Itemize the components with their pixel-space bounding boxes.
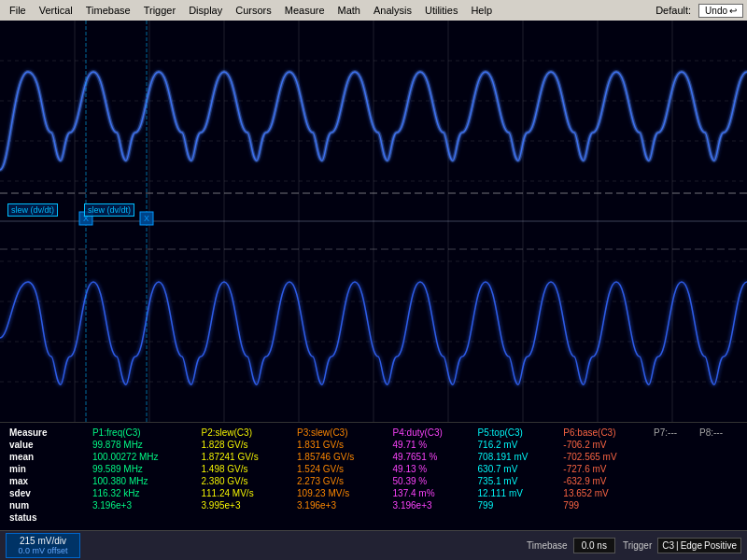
slew-label-2: slew (dv/dt) xyxy=(84,203,134,217)
measure-cell-label: sdev xyxy=(6,487,89,499)
trigger-separator: | xyxy=(676,540,679,551)
trigger-label: Trigger xyxy=(623,540,652,551)
measure-cell-p2: 2.380 GV/s xyxy=(198,475,294,487)
measure-cell-p5: 735.1 mV xyxy=(474,475,560,487)
menu-timebase[interactable]: Timebase xyxy=(80,3,136,18)
menu-file[interactable]: File xyxy=(4,3,32,18)
measure-cell-p1: 3.196e+3 xyxy=(89,499,198,511)
measure-cell-p2: 1.828 GV/s xyxy=(198,439,294,451)
timebase-section: Timebase 0.0 ns xyxy=(527,538,615,553)
slew-label-1: slew (dv/dt) xyxy=(7,203,58,217)
table-row: num3.196e+33.995e+33.196e+33.196e+379979… xyxy=(6,499,741,511)
measure-cell-p4 xyxy=(389,511,474,524)
undo-arrow-icon: ↩ xyxy=(729,6,737,16)
measure-cell-p5: 799 xyxy=(474,499,560,511)
col-header-p2: P2:slew(C3) xyxy=(198,427,294,439)
measure-cell-p6: -632.9 mV xyxy=(559,475,650,487)
col-header-p5: P5:top(C3) xyxy=(474,427,560,439)
measure-cell-p5: 630.7 mV xyxy=(474,463,560,475)
measure-cell-p7 xyxy=(650,451,696,463)
measure-cell-p5: 708.191 mV xyxy=(474,451,560,463)
measure-cell-p2: 1.498 GV/s xyxy=(198,463,294,475)
bottom-bar: 215 mV/div 0.0 mV offset Timebase 0.0 ns… xyxy=(0,530,747,560)
measure-cell-p7 xyxy=(650,463,696,475)
default-label: Default: xyxy=(655,5,691,16)
measure-cell-p1: 99.878 MHz xyxy=(89,439,198,451)
measure-cell-label: min xyxy=(6,463,89,475)
measurements-panel: Measure P1:freq(C3) P2:slew(C3) P3:slew(… xyxy=(0,422,747,530)
menu-trigger[interactable]: Trigger xyxy=(138,3,181,18)
measure-cell-p5: 716.2 mV xyxy=(474,439,560,451)
measure-cell-p8 xyxy=(696,463,741,475)
measure-cell-p8 xyxy=(696,511,741,524)
table-row: min99.589 MHz1.498 GV/s1.524 GV/s49.13 %… xyxy=(6,463,741,475)
measure-cell-label: value xyxy=(6,439,89,451)
menu-bar: File Vertical Timebase Trigger Display C… xyxy=(0,0,747,21)
measure-cell-p7 xyxy=(650,439,696,451)
measure-cell-p6: 799 xyxy=(559,499,650,511)
col-header-p4: P4:duty(C3) xyxy=(389,427,474,439)
measure-cell-p7 xyxy=(650,475,696,487)
trigger-type: Edge xyxy=(681,540,702,551)
oscilloscope-display: X X slew (dv/dt) slew (dv/dt) xyxy=(0,21,747,422)
measure-cell-p2: 111.24 MV/s xyxy=(198,487,294,499)
menu-utilities[interactable]: Utilities xyxy=(419,3,463,18)
waveform-display: X X xyxy=(0,21,747,422)
menu-display[interactable]: Display xyxy=(183,3,228,18)
ch3-vdiv: 215 mV/div xyxy=(20,536,66,546)
measure-cell-p4: 50.39 % xyxy=(389,475,474,487)
col-header-p7: P7:--- xyxy=(650,427,696,439)
measure-cell-p1: 99.589 MHz xyxy=(89,463,198,475)
measurements-table: Measure P1:freq(C3) P2:slew(C3) P3:slew(… xyxy=(6,427,741,524)
menu-cursors[interactable]: Cursors xyxy=(230,3,277,18)
measure-cell-p4: 3.196e+3 xyxy=(389,499,474,511)
measure-cell-label: max xyxy=(6,475,89,487)
trigger-config[interactable]: C3 | Edge Positive xyxy=(657,538,741,553)
measure-cell-p8 xyxy=(696,487,741,499)
table-row: max100.380 MHz2.380 GV/s2.273 GV/s50.39 … xyxy=(6,475,741,487)
timebase-value[interactable]: 0.0 ns xyxy=(573,538,615,553)
measure-cell-p7 xyxy=(650,499,696,511)
measure-cell-p8 xyxy=(696,475,741,487)
measure-cell-p8 xyxy=(696,451,741,463)
table-row: sdev116.32 kHz111.24 MV/s109.23 MV/s137.… xyxy=(6,487,741,499)
ch3-offset: 0.0 mV offset xyxy=(19,546,68,555)
measure-cell-p7 xyxy=(650,487,696,499)
measure-cell-p5: 12.111 mV xyxy=(474,487,560,499)
measure-cell-p4: 49.71 % xyxy=(389,439,474,451)
table-row: mean100.00272 MHz1.87241 GV/s1.85746 GV/… xyxy=(6,451,741,463)
channel-3-indicator[interactable]: 215 mV/div 0.0 mV offset xyxy=(6,533,80,558)
measure-cell-p1 xyxy=(89,511,198,524)
measure-cell-p5 xyxy=(474,511,560,524)
measure-cell-p3: 1.85746 GV/s xyxy=(293,451,389,463)
col-header-p6: P6:base(C3) xyxy=(559,427,650,439)
menu-help[interactable]: Help xyxy=(465,3,498,18)
menu-math[interactable]: Math xyxy=(332,3,366,18)
measure-cell-p3: 1.831 GV/s xyxy=(293,439,389,451)
col-header-p3: P3:slew(C3) xyxy=(293,427,389,439)
table-row: status xyxy=(6,511,741,524)
svg-text:X: X xyxy=(144,214,149,223)
undo-button[interactable]: Undo ↩ xyxy=(698,4,743,18)
menu-measure[interactable]: Measure xyxy=(279,3,331,18)
col-header-p1: P1:freq(C3) xyxy=(89,427,198,439)
menu-analysis[interactable]: Analysis xyxy=(368,3,417,18)
measure-cell-label: status xyxy=(6,511,89,524)
measure-cell-p6: -706.2 mV xyxy=(559,439,650,451)
measure-cell-p4: 49.13 % xyxy=(389,463,474,475)
measure-cell-p6: -727.6 mV xyxy=(559,463,650,475)
measure-cell-p3: 1.524 GV/s xyxy=(293,463,389,475)
measure-cell-p6 xyxy=(559,511,650,524)
measure-cell-p3: 2.273 GV/s xyxy=(293,475,389,487)
measure-cell-label: num xyxy=(6,499,89,511)
measure-cell-p3: 109.23 MV/s xyxy=(293,487,389,499)
measure-cell-p2: 3.995e+3 xyxy=(198,499,294,511)
measure-cell-p4: 49.7651 % xyxy=(389,451,474,463)
col-header-p8: P8:--- xyxy=(696,427,741,439)
measure-cell-p7 xyxy=(650,511,696,524)
measure-cell-p3 xyxy=(293,511,389,524)
measure-cell-p1: 116.32 kHz xyxy=(89,487,198,499)
menu-vertical[interactable]: Vertical xyxy=(34,3,78,18)
trigger-polarity: Positive xyxy=(704,540,737,551)
measure-cell-p8 xyxy=(696,499,741,511)
